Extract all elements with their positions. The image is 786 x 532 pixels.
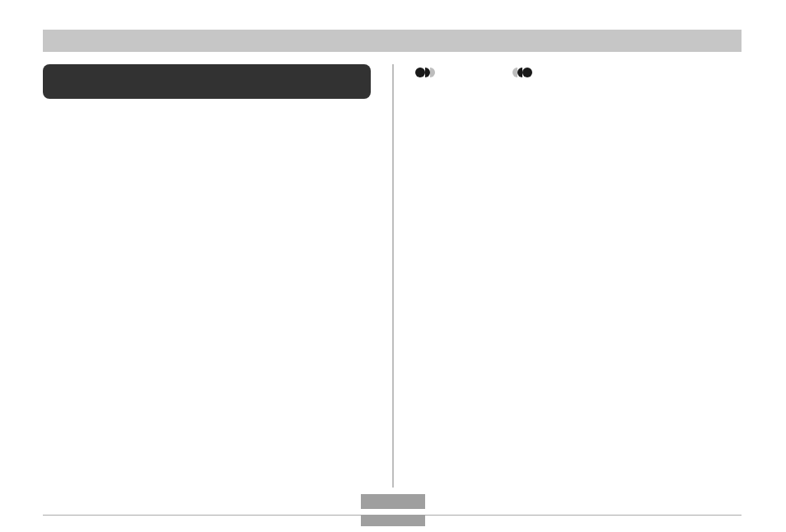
column-divider — [392, 64, 394, 488]
cast-on-icon — [415, 64, 435, 79]
left-column — [43, 64, 371, 99]
header-bar — [43, 30, 742, 52]
heading-pill — [43, 64, 371, 99]
cast-off-icon — [512, 64, 532, 79]
page-tab-lower — [361, 515, 425, 526]
page-tab-upper — [361, 494, 425, 509]
right-column — [415, 64, 728, 79]
